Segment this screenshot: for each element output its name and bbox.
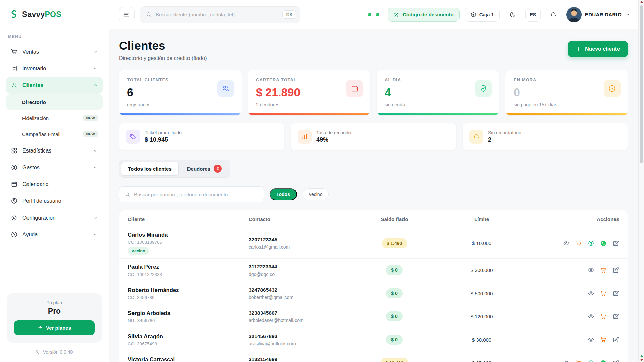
stat-accent-strip [248, 113, 370, 115]
scrollbar-thumb[interactable] [640, 5, 643, 163]
sidebar-item-gastos[interactable]: Gastos [6, 159, 103, 176]
sidebar-item-clientes[interactable]: Clientes [6, 77, 103, 94]
edit-client-button[interactable] [612, 313, 619, 320]
sidebar-item-configuracion[interactable]: Configuración [6, 209, 103, 226]
discount-code-button[interactable]: Código de descuento [388, 8, 460, 22]
filter-chip-vecino[interactable]: vecino [303, 188, 329, 200]
scrollbar-up-arrow[interactable] [640, 1, 643, 3]
cart-icon [600, 336, 607, 343]
view-client-button[interactable] [588, 290, 594, 297]
row-actions [522, 360, 619, 362]
sidebar-item-perfil[interactable]: Perfil de usuario [6, 193, 103, 209]
sidebar-item-label: Inventario [22, 66, 46, 72]
view-plans-button[interactable]: Ver planes [14, 320, 95, 335]
cart-icon [600, 290, 607, 297]
table-row[interactable]: Roberto Hernández CC: 3456789 3247865432… [119, 282, 628, 305]
new-sale-button[interactable] [600, 313, 607, 320]
tab-todos-los-clientes[interactable]: Todos los clientes [121, 162, 179, 176]
client-cell: Carlos Miranda CC: 1003189765 vecino [128, 232, 249, 255]
edit-client-button[interactable] [612, 267, 619, 274]
collect-payment-button[interactable] [588, 240, 594, 247]
col-saldo: Saldo fiado [347, 216, 441, 222]
table-header: Cliente Contacto Saldo fiado Límite Acci… [119, 210, 628, 228]
version-row: Versión 0.0.40 [0, 347, 109, 362]
box-icon [470, 12, 476, 18]
tab-deudores[interactable]: Deudores 2 [180, 162, 228, 176]
view-client-button[interactable] [588, 313, 594, 320]
stat-label: CARTERA TOTAL [256, 77, 362, 82]
collect-payment-button[interactable] [588, 360, 594, 362]
saldo-cell: $ 0 [347, 265, 441, 275]
moon-icon [509, 11, 516, 18]
user-menu[interactable]: EDUAR DARIO [566, 7, 631, 22]
saldo-badge: $ 0 [386, 311, 402, 321]
gear-icon [11, 214, 18, 221]
topbar: ⌘K Código de descuento Caja 1 ES [109, 0, 644, 29]
sidebar: SavvyPOS MENU Ventas Inventario Clientes… [0, 0, 109, 362]
saldo-cell: $ 0 [347, 311, 441, 321]
sidebar-item-ventas[interactable]: Ventas [6, 44, 103, 60]
layers-icon [11, 65, 18, 72]
chevron-down-icon [92, 165, 98, 170]
user-icon [11, 82, 18, 89]
new-sale-button[interactable] [575, 240, 582, 247]
app-logo[interactable]: SavvyPOS [0, 0, 109, 23]
row-actions [522, 290, 619, 297]
sidebar-subitem-label: Fidelización [22, 115, 49, 121]
scrollbar-down-arrow[interactable] [640, 359, 643, 361]
bell-icon [550, 11, 557, 18]
sidebar-item-ayuda[interactable]: Ayuda [6, 226, 103, 243]
language-button[interactable]: ES [525, 8, 541, 22]
sidebar-subitem-campanas-email[interactable]: Campañas Email NEW [6, 126, 103, 142]
table-row[interactable]: Silvia Aragón CC: 39675498 3214567893 ar… [119, 328, 628, 351]
sidebar-subitem-fidelizacion[interactable]: Fidelización NEW [6, 110, 103, 126]
page-scrollbar[interactable] [638, 0, 644, 362]
notifications-button[interactable] [546, 7, 561, 22]
stat-al-dia: AL DÍA 4 sin deuda [377, 70, 499, 115]
sidebar-item-calendario[interactable]: Calendario [6, 176, 103, 192]
edit-client-button[interactable] [612, 360, 619, 362]
tag-icon [126, 130, 140, 144]
edit-client-button[interactable] [612, 336, 619, 343]
table-row[interactable]: Paula Pérez CC: 1001222333 3112223344 dg… [119, 259, 628, 282]
dark-mode-button[interactable] [505, 7, 520, 22]
table-row[interactable]: Carlos Miranda CC: 1003189765 vecino 320… [119, 228, 628, 259]
view-client-button[interactable] [588, 267, 594, 274]
client-phone: 3214567893 [249, 333, 347, 339]
chevron-down-icon [625, 12, 631, 17]
client-tag: vecino [128, 247, 149, 255]
cash-register-button[interactable]: Caja 1 [465, 8, 500, 22]
client-email: dgc@dgc.co [249, 272, 347, 277]
sidebar-subitem-directorio[interactable]: Directorio [6, 94, 103, 110]
sidebar-toggle-button[interactable] [119, 7, 135, 22]
whatsapp-icon [600, 360, 607, 362]
sidebar-item-estadisticas[interactable]: Estadísticas [6, 142, 103, 159]
saldo-badge: $ 0 [386, 288, 402, 298]
whatsapp-button[interactable] [600, 360, 607, 362]
new-sale-button[interactable] [600, 290, 607, 297]
client-filter-input[interactable] [134, 192, 258, 197]
new-client-button[interactable]: Nuevo cliente [568, 41, 628, 57]
new-sale-button[interactable] [600, 336, 607, 343]
mini-ticket-promedio: Ticket prom. fiado $ 10.945 [119, 123, 284, 150]
filter-chip-todos[interactable]: Todos [270, 188, 297, 200]
status-dots [368, 13, 379, 16]
whatsapp-button[interactable] [600, 240, 607, 247]
status-dot-2 [376, 13, 379, 16]
sidebar-item-inventario[interactable]: Inventario [6, 60, 103, 77]
new-sale-button[interactable] [575, 360, 582, 362]
view-client-button[interactable] [563, 360, 570, 362]
client-name: Paula Pérez [128, 264, 249, 270]
contact-cell: 3207123345 carlos1@gmail.com [249, 237, 347, 250]
table-row[interactable]: Sergio Arboleda NIT: 3456786 3238345667 … [119, 305, 628, 328]
stat-cartera-total: CARTERA TOTAL $ 21.890 2 deudores [248, 70, 370, 115]
edit-client-button[interactable] [612, 290, 619, 297]
new-sale-button[interactable] [600, 267, 607, 274]
edit-client-button[interactable] [612, 240, 619, 247]
view-client-button[interactable] [563, 240, 570, 247]
table-row[interactable]: Victoria Carrascal CC: 1010456778 313215… [119, 351, 628, 362]
client-email: arasilvia@outlook.com [249, 341, 347, 346]
client-filter-search [119, 186, 264, 202]
global-search-input[interactable] [156, 12, 279, 17]
view-client-button[interactable] [588, 336, 594, 343]
